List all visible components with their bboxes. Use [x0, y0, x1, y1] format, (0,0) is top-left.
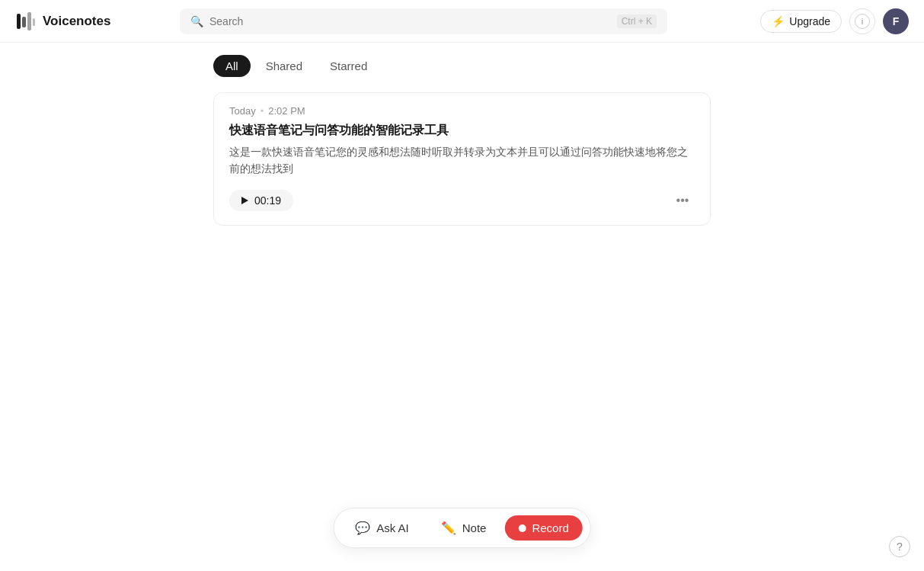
svg-rect-3: [33, 18, 35, 26]
header: Voicenotes 🔍 Ctrl + K ⚡ Upgrade i F: [0, 0, 924, 43]
play-icon: [241, 197, 248, 204]
ask-ai-button[interactable]: 💬 Ask AI: [341, 515, 423, 541]
search-icon: 🔍: [190, 15, 203, 27]
svg-rect-0: [17, 14, 21, 29]
search-input[interactable]: [209, 15, 611, 27]
svg-rect-2: [27, 12, 31, 30]
ask-ai-icon: 💬: [355, 521, 370, 535]
header-right: ⚡ Upgrade i F: [760, 8, 909, 34]
main-content: Today • 2:02 PM 快速语音笔记与问答功能的智能记录工具 这是一款快…: [0, 77, 924, 241]
avatar[interactable]: F: [883, 8, 909, 34]
app-name: Voicenotes: [43, 14, 110, 29]
note-separator: •: [261, 105, 264, 117]
more-icon: •••: [676, 194, 689, 207]
lightning-icon: ⚡: [772, 15, 785, 27]
help-button[interactable]: ?: [889, 536, 910, 557]
bottom-toolbar: 💬 Ask AI ✏️ Note Record: [333, 508, 591, 548]
note-time: 2:02 PM: [268, 105, 305, 117]
tabs-area: All Shared Starred: [0, 43, 924, 77]
note-meta: Today • 2:02 PM: [229, 105, 695, 117]
note-date: Today: [229, 105, 256, 117]
upgrade-button[interactable]: ⚡ Upgrade: [760, 10, 842, 33]
note-title: 快速语音笔记与问答功能的智能记录工具: [229, 123, 695, 139]
note-body: 这是一款快速语音笔记您的灵感和想法随时听取并转录为文本并且可以通过问答功能快速地…: [229, 143, 695, 178]
logo-area: Voicenotes: [15, 11, 168, 32]
play-duration: 00:19: [254, 194, 281, 207]
record-icon: [518, 524, 526, 532]
tab-starred[interactable]: Starred: [318, 55, 379, 77]
notification-icon: i: [855, 14, 870, 29]
help-icon: ?: [897, 541, 903, 553]
notification-button[interactable]: i: [849, 8, 875, 34]
logo-icon: [15, 11, 37, 32]
note-label: Note: [462, 521, 487, 534]
svg-rect-1: [22, 17, 26, 27]
search-shortcut: Ctrl + K: [617, 14, 657, 28]
more-options-button[interactable]: •••: [670, 188, 695, 213]
record-label: Record: [532, 521, 568, 534]
note-footer: 00:19 •••: [229, 188, 695, 213]
note-card: Today • 2:02 PM 快速语音笔记与问答功能的智能记录工具 这是一款快…: [213, 92, 711, 226]
play-button[interactable]: 00:19: [229, 190, 293, 211]
search-bar[interactable]: 🔍 Ctrl + K: [180, 8, 667, 34]
upgrade-label: Upgrade: [789, 15, 830, 27]
note-button[interactable]: ✏️ Note: [427, 515, 500, 541]
ask-ai-label: Ask AI: [376, 521, 409, 534]
record-button[interactable]: Record: [504, 515, 582, 541]
note-icon: ✏️: [441, 521, 456, 535]
tab-all[interactable]: All: [213, 55, 251, 77]
tab-shared[interactable]: Shared: [254, 55, 315, 77]
